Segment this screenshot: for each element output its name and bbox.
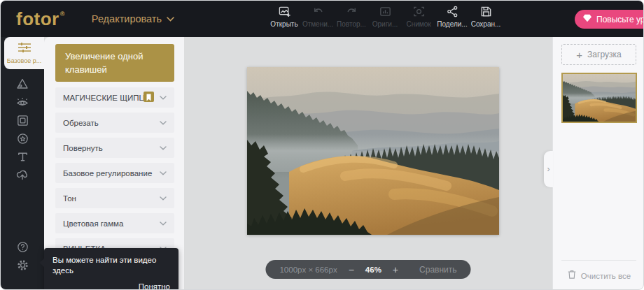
section-magic-clippers[interactable]: МАГИЧЕСКИЕ ЩИПЦЫ [55, 87, 174, 108]
section-rotate[interactable]: Повернуть [55, 138, 174, 158]
section-label: Повернуть [63, 144, 160, 152]
plus-icon: + [576, 49, 582, 61]
cloud-upload-icon [15, 168, 29, 182]
sidebar-bottom-group [1, 238, 44, 274]
zoom-out-button[interactable]: − [347, 264, 356, 275]
original-button[interactable]: Ориги... [368, 4, 402, 28]
undo-label: Отмени... [302, 20, 333, 28]
sticker-star-icon [16, 132, 29, 145]
registered-mark: ® [60, 10, 65, 17]
editing-image[interactable] [247, 67, 499, 235]
edit-mode-dropdown[interactable]: Редактировать [92, 13, 174, 24]
snapshot-label: Снимок [406, 20, 430, 28]
gem-icon [582, 14, 592, 24]
original-label: Ориги... [372, 20, 398, 28]
redo-icon [345, 4, 358, 18]
sidebar-active-label: Базовое р... [7, 57, 42, 64]
chevron-down-icon [167, 17, 174, 22]
share-icon [446, 4, 459, 18]
logo-text: fotor [16, 8, 59, 30]
sidebar-item-basic-edit[interactable]: Базовое р... [4, 37, 44, 69]
sidebar-item-effects[interactable] [1, 75, 44, 93]
share-label: Подели... [437, 20, 467, 28]
fotor-editor-window: fotor® Редактировать Открыть Отмени... [0, 0, 644, 290]
trash-icon [567, 269, 577, 282]
chevron-down-icon [160, 171, 167, 175]
tooltip-dismiss-link[interactable]: Понятно [52, 282, 170, 290]
sliders-icon [18, 42, 31, 56]
text-icon [16, 150, 29, 164]
section-label: Цветовая гамма [63, 219, 160, 228]
chevron-right-icon: › [547, 164, 550, 174]
video-hint-tooltip: Вы можете найти эти видео здесь Понятно [44, 248, 178, 290]
upgrade-label: Повысьте уровень [596, 15, 644, 24]
share-button[interactable]: Подели... [435, 4, 469, 28]
save-floppy-icon [479, 4, 493, 18]
top-bar: fotor® Редактировать Открыть Отмени... [1, 1, 644, 37]
fotor-logo[interactable]: fotor® [16, 8, 65, 30]
uploads-panel: › + Загрузка Очистить все [552, 37, 644, 290]
settings-button[interactable] [1, 256, 44, 274]
section-label: МАГИЧЕСКИЕ ЩИПЦЫ [63, 94, 144, 102]
section-tone[interactable]: Тон [55, 188, 174, 208]
chevron-down-icon [160, 121, 167, 125]
image-thumbnail-selected[interactable] [561, 73, 637, 123]
section-label: Тон [63, 194, 160, 203]
open-image-icon [278, 4, 291, 18]
sidebar-item-stickers[interactable] [1, 129, 44, 147]
zoom-level: 46% [365, 266, 382, 274]
save-button[interactable]: Сохран... [469, 4, 503, 28]
snapshot-icon [412, 4, 426, 18]
clear-all-button[interactable]: Очистить все [561, 260, 636, 290]
section-label: Базовое регулирование [63, 169, 160, 177]
sidebar-item-text[interactable] [1, 147, 44, 166]
chevron-down-icon [160, 146, 167, 150]
bookmark-icon [144, 92, 154, 103]
tooltip-message: Вы можете найти эти видео здесь [52, 255, 170, 276]
zoom-bar: 1000px × 666px − 46% + Сравнить [265, 260, 470, 279]
tooltip-arrow [39, 259, 44, 267]
help-button[interactable] [1, 238, 44, 256]
edit-mode-label: Редактировать [92, 13, 162, 24]
help-icon [16, 240, 29, 254]
section-color-gamma[interactable]: Цветовая гамма [55, 213, 174, 233]
panel-collapse-handle[interactable]: › [544, 151, 553, 187]
section-label: Обрезать [63, 119, 160, 127]
save-label: Сохран... [471, 20, 501, 28]
upgrade-badge[interactable]: Повысьте уровень [575, 10, 644, 29]
undo-button[interactable]: Отмени... [301, 4, 335, 28]
chevron-down-icon [160, 196, 167, 201]
redo-label: Повтор... [337, 20, 366, 28]
sidebar-item-beauty[interactable] [1, 93, 44, 111]
zoom-in-button[interactable]: + [391, 264, 400, 275]
section-basic-adjust[interactable]: Базовое регулирование [55, 163, 174, 183]
upload-button[interactable]: + Загрузка [561, 44, 636, 65]
clear-all-label: Очистить все [581, 272, 631, 280]
original-image-icon [379, 4, 392, 18]
section-crop[interactable]: Обрезать [55, 113, 174, 133]
canvas-area: 1000px × 666px − 46% + Сравнить [184, 37, 552, 290]
chevron-down-icon [160, 96, 167, 100]
open-button[interactable]: Открыть [267, 4, 301, 28]
image-dimensions: 1000px × 666px [279, 266, 337, 274]
sidebar-item-cloud[interactable] [1, 166, 44, 184]
frame-icon [16, 114, 29, 127]
upload-label: Загрузка [587, 50, 622, 59]
snapshot-button[interactable]: Снимок [402, 4, 435, 28]
prism-icon [15, 77, 29, 91]
one-key-enhance-button[interactable]: Увеличение одной клавишей [55, 44, 174, 82]
chevron-down-icon [160, 222, 167, 226]
settings-gear-icon [16, 259, 29, 272]
eye-icon [15, 95, 29, 109]
open-label: Открыть [270, 20, 298, 28]
left-sidebar: Базовое р... [1, 37, 44, 290]
compare-button[interactable]: Сравнить [419, 265, 456, 275]
redo-button[interactable]: Повтор... [335, 4, 368, 28]
toolbar: Открыть Отмени... Повтор... Ориги... [267, 4, 503, 28]
undo-icon [312, 4, 325, 18]
sidebar-item-frames[interactable] [1, 111, 44, 129]
